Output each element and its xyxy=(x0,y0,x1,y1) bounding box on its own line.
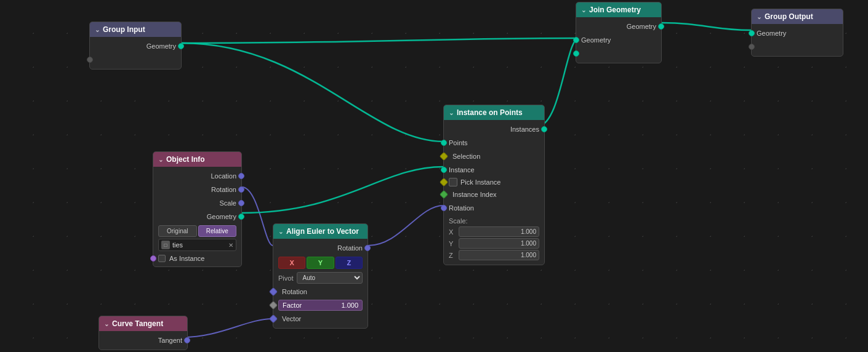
extra-row xyxy=(90,53,181,66)
group-input-node: ⌄ Group Input Geometry xyxy=(89,22,182,70)
ae-factor-input-socket[interactable] xyxy=(269,301,278,310)
oi-as-instance-row: As Instance xyxy=(153,253,241,264)
iop-points-row: Points xyxy=(444,136,544,150)
group-output-node: ⌄ Group Output Geometry xyxy=(751,9,843,57)
ae-y-btn[interactable]: Y xyxy=(307,257,334,269)
iop-instance-label: Instance xyxy=(449,166,475,174)
oi-relative-btn[interactable]: Relative xyxy=(198,225,237,237)
oi-scale-socket[interactable] xyxy=(238,200,244,206)
oi-mode-buttons: Original Relative xyxy=(158,225,236,237)
oi-rotation-label: Rotation xyxy=(211,186,236,193)
collapse-arrow-ct[interactable]: ⌄ xyxy=(104,321,109,327)
iop-selection-socket[interactable] xyxy=(440,152,448,161)
join-geometry-input-socket2[interactable] xyxy=(573,50,579,57)
join-geometry-output-socket[interactable] xyxy=(658,23,664,30)
iop-scale-y-row: Y 1.000 xyxy=(449,238,539,249)
oi-rotation-row: Rotation xyxy=(153,183,241,196)
collapse-arrow-ae[interactable]: ⌄ xyxy=(278,228,283,235)
collapse-arrow-join[interactable]: ⌄ xyxy=(581,7,586,14)
ae-rotation-output-row: Rotation xyxy=(273,241,368,255)
ae-rotation-input-row: Rotation xyxy=(273,285,368,298)
ae-vector-input-socket[interactable] xyxy=(269,314,278,323)
iop-rotation-row: Rotation xyxy=(444,201,544,215)
collapse-arrow-go[interactable]: ⌄ xyxy=(757,14,762,20)
group-input-title: Group Input xyxy=(103,25,145,34)
iop-pick-label: Pick Instance xyxy=(460,178,500,186)
ae-factor-row: Factor 1.000 xyxy=(273,298,368,312)
oi-object-input[interactable]: □ ties ✕ xyxy=(158,239,236,251)
group-output-add-socket[interactable] xyxy=(749,44,755,50)
iop-instances-output: Instances xyxy=(444,122,544,136)
iop-scale-y-label: Y xyxy=(449,240,456,247)
ct-tangent-socket[interactable] xyxy=(184,337,190,343)
iop-pick-socket[interactable] xyxy=(440,178,448,186)
ae-pivot-row: Pivot Auto xyxy=(273,271,368,285)
add-socket[interactable] xyxy=(87,57,93,63)
iop-pick-checkbox[interactable] xyxy=(449,178,457,186)
iop-rotation-socket[interactable] xyxy=(441,205,447,211)
iop-instances-socket[interactable] xyxy=(541,126,547,132)
instance-on-points-header: ⌄ Instance on Points xyxy=(444,105,544,120)
oi-geometry-socket[interactable] xyxy=(238,214,244,220)
collapse-arrow-iop[interactable]: ⌄ xyxy=(449,110,454,116)
iop-selection-row: Selection xyxy=(444,150,544,163)
ae-x-btn[interactable]: X xyxy=(278,257,305,269)
ae-rotation-input-socket[interactable] xyxy=(269,287,278,296)
align-euler-body: Rotation X Y Z Pivot Auto Rotation Facto… xyxy=(273,239,368,328)
curve-tangent-title: Curve Tangent xyxy=(112,319,163,328)
object-info-header: ⌄ Object Info xyxy=(153,152,241,167)
ae-vector-row: Vector xyxy=(273,312,368,326)
ae-rotation-output-socket[interactable] xyxy=(364,245,371,251)
group-output-title: Group Output xyxy=(765,12,813,21)
oi-location-row: Location xyxy=(153,169,241,183)
geometry-output-socket[interactable] xyxy=(178,43,184,49)
iop-index-socket[interactable] xyxy=(440,190,448,199)
iop-index-label: Instance Index xyxy=(452,191,497,198)
align-euler-node: ⌄ Align Euler to Vector Rotation X Y Z P… xyxy=(273,223,368,329)
iop-scale-z-row: Z 1.000 xyxy=(449,249,539,261)
iop-scale-section: Scale: X 1.000 Y 1.000 Z 1.000 xyxy=(444,215,544,262)
join-geometry-title: Join Geometry xyxy=(589,6,641,14)
iop-points-label: Points xyxy=(449,139,468,146)
iop-scale-z-label: Z xyxy=(449,252,456,259)
iop-instance-socket[interactable] xyxy=(441,167,447,173)
iop-scale-y-field[interactable]: 1.000 xyxy=(459,238,539,249)
ae-pivot-select[interactable]: Auto xyxy=(297,272,363,284)
oi-as-instance-socket[interactable] xyxy=(150,255,156,262)
iop-scale-x-field[interactable]: 1.000 xyxy=(459,226,539,237)
group-input-header: ⌄ Group Input xyxy=(90,22,181,37)
iop-scale-z-field[interactable]: 1.000 xyxy=(459,250,539,260)
oi-rotation-socket[interactable] xyxy=(238,186,244,193)
object-info-node: ⌄ Object Info Location Rotation Scale Ge… xyxy=(153,151,242,267)
curve-tangent-node: ⌄ Curve Tangent Tangent xyxy=(98,316,188,350)
iop-scale-x-label: X xyxy=(449,228,456,236)
join-geometry-output-row: Geometry xyxy=(576,20,661,33)
oi-location-socket[interactable] xyxy=(238,173,244,179)
oi-original-btn[interactable]: Original xyxy=(158,225,197,237)
object-info-body: Location Rotation Scale Geometry Origina… xyxy=(153,167,241,266)
group-input-body: Geometry xyxy=(90,37,181,69)
join-geometry-input-socket1[interactable] xyxy=(573,37,579,43)
group-output-input-socket1[interactable] xyxy=(749,30,755,36)
ae-z-btn[interactable]: Z xyxy=(336,257,363,269)
collapse-arrow[interactable]: ⌄ xyxy=(95,26,100,33)
oi-scale-row: Scale xyxy=(153,196,241,210)
ae-rotation-input-label: Rotation xyxy=(282,288,307,295)
iop-points-socket[interactable] xyxy=(441,140,447,146)
oi-as-instance-checkbox[interactable] xyxy=(158,255,166,262)
oi-geometry-label: Geometry xyxy=(207,213,236,220)
instance-on-points-node: ⌄ Instance on Points Instances Points Se… xyxy=(443,105,545,265)
oi-scale-label: Scale xyxy=(219,199,236,207)
align-euler-header: ⌄ Align Euler to Vector xyxy=(273,224,368,239)
ae-axis-buttons: X Y Z xyxy=(278,257,363,269)
iop-instance-row: Instance xyxy=(444,163,544,177)
group-output-input-label1: Geometry xyxy=(757,30,786,37)
collapse-arrow-oi[interactable]: ⌄ xyxy=(158,156,163,163)
ae-pivot-label: Pivot xyxy=(278,274,293,282)
ae-factor-field[interactable]: Factor 1.000 xyxy=(278,300,363,311)
group-output-input-row1: Geometry xyxy=(752,26,843,40)
iop-pick-instance-row: Pick Instance xyxy=(444,177,544,188)
object-clear-btn[interactable]: ✕ xyxy=(228,242,233,249)
join-geometry-header: ⌄ Join Geometry xyxy=(576,2,661,17)
geometry-output-label: Geometry xyxy=(147,42,176,50)
